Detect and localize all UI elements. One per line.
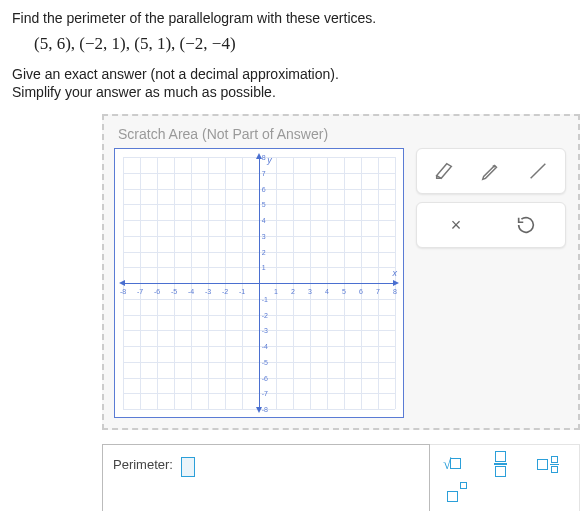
graph-canvas[interactable]: -8-7-6-5-4-3-2-112345678-8-7-6-5-4-3-2-1… xyxy=(114,148,404,418)
eraser-icon xyxy=(433,160,455,182)
scratch-tools: × xyxy=(416,148,566,418)
pencil-tool[interactable] xyxy=(474,157,508,185)
vertices-list: (5, 6), (−2, 1), (5, 1), (−2, −4) xyxy=(34,34,568,54)
math-palette: √ xyxy=(430,444,580,511)
svg-line-0 xyxy=(530,164,545,179)
pencil-icon xyxy=(480,160,502,182)
reset-icon xyxy=(515,214,537,236)
perimeter-input[interactable] xyxy=(181,457,195,477)
sqrt-button[interactable]: √ xyxy=(438,453,466,475)
reset-button[interactable] xyxy=(509,211,543,239)
fraction-button[interactable] xyxy=(486,453,514,475)
mixed-fraction-button[interactable] xyxy=(534,453,562,475)
answer-box: Perimeter: xyxy=(102,444,430,511)
fraction-icon xyxy=(494,451,507,477)
clear-button[interactable]: × xyxy=(439,211,473,239)
power-button[interactable] xyxy=(438,485,466,507)
perimeter-label: Perimeter: xyxy=(113,457,173,472)
eraser-tool[interactable] xyxy=(427,157,461,185)
scratch-area: Scratch Area (Not Part of Answer) -8-7-6… xyxy=(102,114,580,430)
question-prompt: Find the perimeter of the parallelogram … xyxy=(12,10,568,26)
power-icon xyxy=(447,488,458,505)
mixed-fraction-icon xyxy=(537,456,559,473)
line-tool[interactable] xyxy=(521,157,555,185)
answer-area: Perimeter: √ xyxy=(102,444,580,511)
scratch-title: Scratch Area (Not Part of Answer) xyxy=(118,126,568,142)
line-icon xyxy=(527,160,549,182)
sqrt-icon: √ xyxy=(443,456,461,473)
instruction-1: Give an exact answer (not a decimal appr… xyxy=(12,66,568,82)
edit-tools-row: × xyxy=(416,202,566,248)
draw-tools-row xyxy=(416,148,566,194)
instruction-2: Simplify your answer as much as possible… xyxy=(12,84,568,100)
